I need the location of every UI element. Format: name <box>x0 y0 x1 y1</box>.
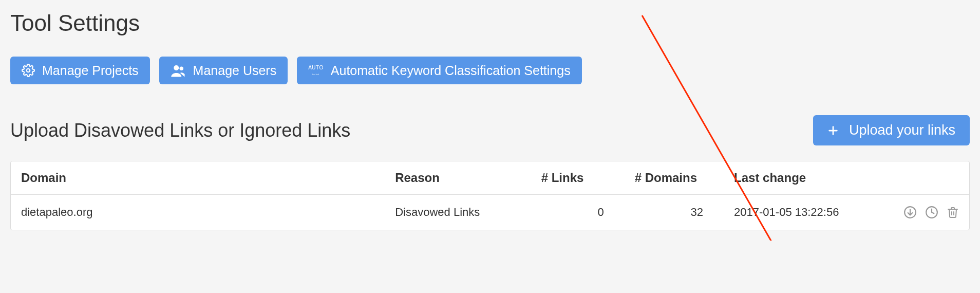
gear-icon <box>22 64 35 77</box>
col-header-links: # Links <box>531 161 625 195</box>
manage-users-button[interactable]: Manage Users <box>159 57 288 84</box>
manage-projects-button[interactable]: Manage Projects <box>10 57 150 84</box>
trash-icon[interactable] <box>947 205 959 219</box>
upload-links-button[interactable]: Upload your links <box>813 115 970 145</box>
col-header-actions <box>876 161 969 195</box>
plus-icon <box>827 125 839 136</box>
auto-icon: AUTO⎵⎵ <box>308 65 324 76</box>
cell-last: 2017-01-05 13:22:56 <box>724 195 876 230</box>
cell-domains: 32 <box>625 195 724 230</box>
svg-point-0 <box>27 69 30 72</box>
col-header-reason: Reason <box>385 161 531 195</box>
col-header-last: Last change <box>724 161 876 195</box>
section-header-row: Upload Disavowed Links or Ignored Links … <box>10 115 970 145</box>
auto-keyword-button[interactable]: AUTO⎵⎵ Automatic Keyword Classification … <box>297 57 581 84</box>
upload-links-label: Upload your links <box>849 123 955 137</box>
download-icon[interactable] <box>903 206 917 219</box>
cell-reason: Disavowed Links <box>385 195 531 230</box>
manage-projects-label: Manage Projects <box>42 64 139 77</box>
manage-users-label: Manage Users <box>193 64 277 77</box>
section-title: Upload Disavowed Links or Ignored Links <box>10 120 350 141</box>
auto-keyword-label: Automatic Keyword Classification Setting… <box>331 64 571 77</box>
users-icon <box>171 64 186 77</box>
svg-point-2 <box>179 67 183 71</box>
action-button-row: Manage Projects Manage Users AUTO⎵⎵ Auto… <box>10 57 970 84</box>
col-header-domain: Domain <box>11 161 385 195</box>
links-table: Domain Reason # Links # Domains Last cha… <box>10 161 970 230</box>
cell-links: 0 <box>531 195 625 230</box>
page-title: Tool Settings <box>10 10 970 36</box>
clock-icon[interactable] <box>925 206 938 219</box>
col-header-domains: # Domains <box>625 161 724 195</box>
row-actions <box>886 205 959 219</box>
table-header-row: Domain Reason # Links # Domains Last cha… <box>11 161 969 195</box>
svg-point-1 <box>174 65 179 70</box>
cell-domain: dietapaleo.org <box>11 195 385 230</box>
table-row: dietapaleo.org Disavowed Links 0 32 2017… <box>11 195 969 230</box>
